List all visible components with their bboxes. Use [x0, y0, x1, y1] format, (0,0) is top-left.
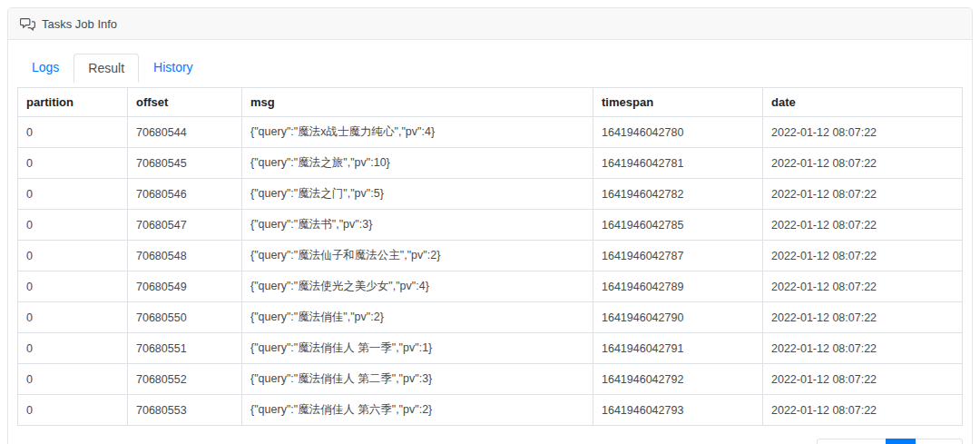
cell-timespan: 1641946042785 [593, 210, 763, 241]
cell-partition: 0 [18, 333, 128, 364]
card-title: Tasks Job Info [42, 17, 117, 31]
table-row: 0 70680553 {"query":"魔法俏佳人 第六季","pv":2} … [18, 395, 963, 426]
card-header: Tasks Job Info [8, 8, 972, 40]
table-row: 0 70680552 {"query":"魔法俏佳人 第二季","pv":3} … [18, 364, 963, 395]
tab-bar: Logs Result History [17, 53, 963, 82]
cell-date: 2022-01-12 08:07:22 [763, 364, 963, 395]
cell-partition: 0 [18, 271, 128, 302]
comments-icon [20, 17, 35, 31]
tasks-job-info-card: Tasks Job Info Logs Result History parti… [7, 7, 973, 444]
table-row: 0 70680548 {"query":"魔法仙子和魔法公主","pv":2} … [18, 241, 963, 271]
tab-result[interactable]: Result [74, 54, 139, 83]
cell-msg: {"query":"魔法仙子和魔法公主","pv":2} [242, 241, 593, 271]
pagination: Previous 1 Next [818, 439, 963, 444]
table-row: 0 70680546 {"query":"魔法之门","pv":5} 16419… [18, 179, 963, 210]
cell-msg: {"query":"魔法俏佳","pv":2} [242, 302, 593, 333]
cell-partition: 0 [18, 210, 128, 241]
table-footer: Showing 1 to 10 of 10 entries Previous 1… [17, 439, 963, 444]
table-row: 0 70680547 {"query":"魔法书","pv":3} 164194… [18, 210, 963, 241]
card-body: Logs Result History partition offset msg… [8, 40, 972, 444]
cell-timespan: 1641946042781 [593, 148, 763, 179]
column-header-offset: offset [128, 88, 242, 117]
table-row: 0 70680550 {"query":"魔法俏佳","pv":2} 16419… [18, 302, 963, 333]
cell-partition: 0 [18, 364, 128, 395]
cell-partition: 0 [18, 302, 128, 333]
table-row: 0 70680551 {"query":"魔法俏佳人 第一季","pv":1} … [18, 333, 963, 364]
cell-timespan: 1641946042792 [593, 364, 763, 395]
cell-partition: 0 [18, 395, 128, 426]
cell-offset: 70680548 [128, 241, 242, 271]
column-header-msg: msg [242, 88, 593, 117]
cell-offset: 70680551 [128, 333, 242, 364]
cell-date: 2022-01-12 08:07:22 [763, 271, 963, 302]
pagination-page-1-button[interactable]: 1 [886, 439, 916, 444]
cell-partition: 0 [18, 241, 128, 271]
cell-msg: {"query":"魔法书","pv":3} [242, 210, 593, 241]
cell-timespan: 1641946042793 [593, 395, 763, 426]
cell-offset: 70680549 [128, 271, 242, 302]
cell-offset: 70680552 [128, 364, 242, 395]
cell-date: 2022-01-12 08:07:22 [763, 148, 963, 179]
cell-msg: {"query":"魔法俏佳人 第一季","pv":1} [242, 333, 593, 364]
cell-offset: 70680544 [128, 117, 242, 148]
table-row: 0 70680544 {"query":"魔法x战士魔力纯心","pv":4} … [18, 117, 963, 148]
cell-timespan: 1641946042782 [593, 179, 763, 210]
cell-msg: {"query":"魔法俏佳人 第二季","pv":3} [242, 364, 593, 395]
cell-date: 2022-01-12 08:07:22 [763, 179, 963, 210]
cell-timespan: 1641946042780 [593, 117, 763, 148]
cell-date: 2022-01-12 08:07:22 [763, 210, 963, 241]
table-body: 0 70680544 {"query":"魔法x战士魔力纯心","pv":4} … [18, 117, 963, 426]
cell-msg: {"query":"魔法之门","pv":5} [242, 179, 593, 210]
cell-date: 2022-01-12 08:07:22 [763, 333, 963, 364]
column-header-date: date [763, 88, 963, 117]
cell-msg: {"query":"魔法之旅","pv":10} [242, 148, 593, 179]
tab-history[interactable]: History [139, 53, 208, 82]
column-header-partition: partition [18, 88, 128, 117]
tab-logs[interactable]: Logs [17, 53, 74, 82]
table-header-row: partition offset msg timespan date [18, 88, 963, 117]
cell-offset: 70680545 [128, 148, 242, 179]
cell-msg: {"query":"魔法使光之美少女","pv":4} [242, 271, 593, 302]
cell-date: 2022-01-12 08:07:22 [763, 117, 963, 148]
cell-msg: {"query":"魔法俏佳人 第六季","pv":2} [242, 395, 593, 426]
cell-date: 2022-01-12 08:07:22 [763, 241, 963, 271]
pagination-previous-button[interactable]: Previous [817, 439, 887, 444]
cell-timespan: 1641946042790 [593, 302, 763, 333]
table-row: 0 70680545 {"query":"魔法之旅","pv":10} 1641… [18, 148, 963, 179]
cell-partition: 0 [18, 117, 128, 148]
cell-date: 2022-01-12 08:07:22 [763, 395, 963, 426]
cell-date: 2022-01-12 08:07:22 [763, 302, 963, 333]
cell-partition: 0 [18, 148, 128, 179]
cell-offset: 70680553 [128, 395, 242, 426]
cell-offset: 70680550 [128, 302, 242, 333]
cell-timespan: 1641946042787 [593, 241, 763, 271]
cell-offset: 70680546 [128, 179, 242, 210]
result-table: partition offset msg timespan date 0 706… [17, 87, 963, 426]
cell-partition: 0 [18, 179, 128, 210]
column-header-timespan: timespan [593, 88, 763, 117]
cell-msg: {"query":"魔法x战士魔力纯心","pv":4} [242, 117, 593, 148]
pagination-next-button[interactable]: Next [915, 439, 963, 444]
table-row: 0 70680549 {"query":"魔法使光之美少女","pv":4} 1… [18, 271, 963, 302]
cell-timespan: 1641946042789 [593, 271, 763, 302]
cell-offset: 70680547 [128, 210, 242, 241]
cell-timespan: 1641946042791 [593, 333, 763, 364]
